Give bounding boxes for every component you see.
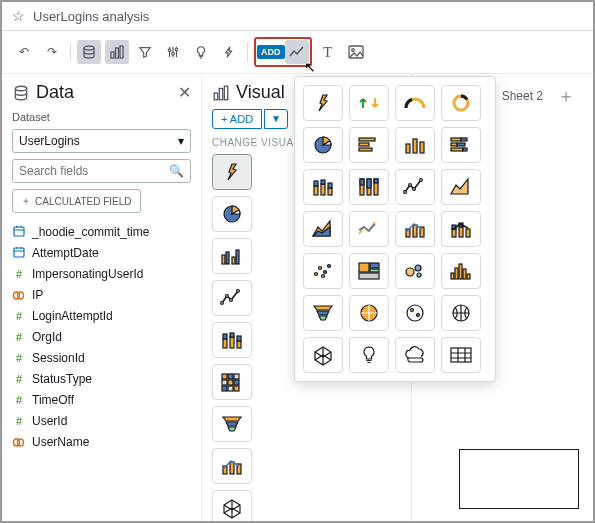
visual-type-funnel[interactable] [303,295,343,331]
visual-type-insight[interactable] [349,337,389,373]
visual-type-combo[interactable] [395,211,435,247]
visual-type-area-stacked[interactable] [303,211,343,247]
svg-rect-35 [228,374,233,379]
image-icon[interactable] [344,40,368,64]
field-item[interactable]: IP [12,286,191,304]
visual-type-globe[interactable] [441,295,481,331]
favorite-star-icon[interactable]: ☆ [12,8,25,24]
field-item[interactable]: #ImpersonatingUserId [12,265,191,283]
visual-type-heatmap[interactable] [212,364,252,400]
svg-rect-21 [226,252,229,264]
svg-point-84 [315,273,318,276]
field-item[interactable]: _hoodie_commit_time [12,223,191,241]
visual-type-multi-line[interactable] [349,211,389,247]
add-visual-button[interactable]: + ADD [212,109,262,129]
visual-type-globe-filled[interactable] [349,295,389,331]
visual-type-clustered-bar[interactable] [212,238,252,274]
add-badge[interactable]: ADD [257,45,285,59]
svg-rect-59 [463,148,467,151]
svg-rect-106 [451,348,471,362]
field-item[interactable]: #SessionId [12,349,191,367]
data-icon[interactable] [77,40,101,64]
field-label: TimeOff [32,393,74,407]
visual-type-pie[interactable] [303,127,343,163]
visual-type-horizontal-bar[interactable] [349,127,389,163]
field-item[interactable]: #TimeOff [12,391,191,409]
field-label: AttemptDate [32,246,99,260]
visual-type-funnel[interactable] [212,406,252,442]
calculated-field-button[interactable]: ＋CALCULATED FIELD [12,189,141,213]
svg-point-72 [404,191,407,194]
field-item[interactable]: #StatusType [12,370,191,388]
app-title: UserLogins analysis [33,9,149,24]
visual-type-line[interactable] [395,169,435,205]
field-item[interactable]: AttemptDate [12,244,191,262]
visual-type-treemap[interactable] [349,253,389,289]
field-type-icon [12,225,26,239]
field-label: _hoodie_commit_time [32,225,149,239]
visual-type-area[interactable] [441,169,481,205]
svg-rect-63 [321,180,325,184]
field-label: SessionId [32,351,85,365]
svg-point-5 [172,52,175,55]
visuals-icon[interactable] [105,40,129,64]
visual-type-histogram[interactable] [441,253,481,289]
visual-type-word-cloud[interactable] [395,337,435,373]
field-item[interactable]: #LoginAttemptId [12,307,191,325]
svg-rect-100 [467,274,470,279]
visual-type-scatter[interactable] [303,253,343,289]
redo-icon[interactable]: ↷ [40,40,64,64]
svg-rect-30 [230,337,234,348]
actions-icon[interactable] [217,40,241,64]
svg-point-15 [18,439,24,446]
sheet-tab[interactable]: Sheet 2 [502,89,543,103]
svg-rect-64 [328,188,332,195]
svg-point-85 [319,267,322,270]
add-sheet-button[interactable]: ＋ [557,84,575,108]
visual-type-stacked-100[interactable] [349,169,389,205]
visual-type-combo-stacked[interactable] [441,211,481,247]
visual-type-kpi-updown[interactable] [349,85,389,121]
field-item[interactable]: UserName [12,433,191,451]
parameters-icon[interactable] [161,40,185,64]
visual-type-vertical-bar[interactable] [395,127,435,163]
svg-rect-11 [14,248,24,257]
line-chart-icon[interactable] [285,40,309,64]
search-fields-input[interactable]: 🔍 [12,159,191,183]
visual-type-globe-points[interactable] [395,295,435,331]
field-item[interactable]: #UserId [12,412,191,430]
visual-type-gauge[interactable] [395,85,435,121]
svg-rect-33 [237,336,241,341]
search-icon: 🔍 [169,164,184,178]
field-item[interactable]: #OrgId [12,328,191,346]
visual-type-polygon[interactable] [212,490,252,523]
visual-type-geospatial[interactable] [303,337,343,373]
visual-type-stacked-bar-h[interactable] [441,127,481,163]
close-icon[interactable]: ✕ [178,83,191,102]
visual-type-line[interactable] [212,280,252,316]
svg-rect-38 [228,380,233,385]
insights-icon[interactable] [189,40,213,64]
svg-rect-39 [234,380,239,385]
add-visual-dropdown[interactable]: ▼ [264,109,288,129]
field-type-icon: # [12,352,26,364]
visual-type-combo[interactable] [212,448,252,484]
filter-icon[interactable] [133,40,157,64]
svg-rect-91 [370,269,379,272]
svg-rect-29 [223,334,227,339]
visual-type-bubble[interactable] [395,253,435,289]
svg-point-75 [420,179,423,182]
visual-type-autograph[interactable] [303,85,343,121]
visual-type-stacked-bar[interactable] [212,322,252,358]
visual-type-donut[interactable] [441,85,481,121]
visual-type-autograph[interactable] [212,154,252,190]
visual-type-table[interactable] [441,337,481,373]
undo-icon[interactable]: ↶ [12,40,36,64]
visual-placeholder[interactable] [459,449,579,509]
text-icon[interactable]: T [316,40,340,64]
database-icon [12,84,30,102]
dataset-select[interactable]: UserLogins ▾ [12,129,191,153]
field-type-icon [12,438,26,447]
visual-type-stacked-bar-v[interactable] [303,169,343,205]
visual-type-pie[interactable] [212,196,252,232]
